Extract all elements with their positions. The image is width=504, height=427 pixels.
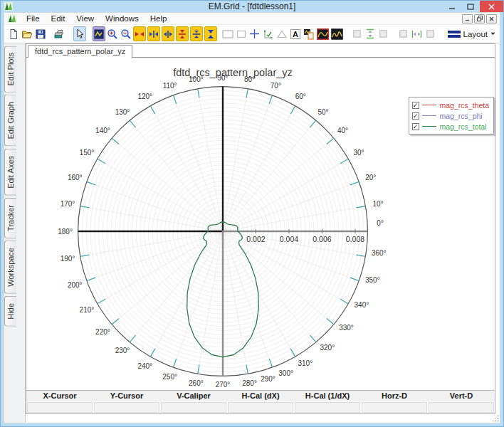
zoom-window-button[interactable] <box>221 26 234 41</box>
sidebar-tab-edit-plots[interactable]: Edit Plots <box>4 46 16 93</box>
close-button[interactable] <box>480 1 503 12</box>
angle-label: 160° <box>68 174 83 181</box>
legend-checkbox[interactable]: ✓ <box>412 123 419 130</box>
sidebar-tab-edit-graph[interactable]: Edit Graph <box>4 95 16 147</box>
v-link-left-checkbox[interactable] <box>350 26 363 41</box>
menu-edit[interactable]: Edit <box>46 14 71 23</box>
legend-checkbox[interactable]: ✓ <box>412 102 419 109</box>
text-annotation-button[interactable]: A <box>289 26 302 41</box>
menu-bar: FileEditViewWindowsHelp <box>4 13 500 25</box>
document-tabstrip: fdtd_rcs_pattern_polar_yz <box>26 44 495 58</box>
document-logo-icon <box>8 14 16 23</box>
polar-chart-area[interactable]: fdtd_rcs_pattern_polar_yz0.0020.0040.006… <box>26 58 495 390</box>
angle-label: 230° <box>115 347 130 354</box>
stretch-x-button[interactable] <box>147 26 160 41</box>
menu-file[interactable]: File <box>21 14 46 23</box>
waveform-red-border-icon <box>317 28 329 40</box>
angle-label: 240° <box>137 362 152 370</box>
v-link-right-checkbox[interactable] <box>377 26 390 41</box>
radial-tick-label: 0.002 <box>246 235 265 243</box>
angle-label: 90° <box>217 74 228 82</box>
minimize-button[interactable] <box>443 1 461 12</box>
zoom-box-tool-button[interactable] <box>93 26 105 41</box>
legend-line-sample <box>422 115 436 116</box>
compress-x-button[interactable] <box>162 26 174 41</box>
rectangle-large-icon <box>222 29 233 39</box>
sidebar-tab-workspace[interactable]: Workspace <box>4 241 16 294</box>
zoom-out-icon <box>120 28 132 40</box>
menu-windows[interactable]: Windows <box>100 14 145 23</box>
mdi-minimize-button[interactable] <box>462 14 473 23</box>
sidebar-tab-hide[interactable]: Hide <box>4 296 16 327</box>
print-button[interactable] <box>53 26 66 41</box>
v-split-button[interactable] <box>364 26 377 41</box>
mdi-restore-button[interactable] <box>474 14 485 23</box>
plot-style-active-button[interactable] <box>316 26 330 41</box>
angle-label: 120° <box>137 93 152 100</box>
copy-image-icon <box>303 28 315 40</box>
angle-tick <box>150 349 155 357</box>
stretch-y-button[interactable] <box>190 26 203 41</box>
angle-label: 40° <box>337 127 348 135</box>
layout-label: Layout <box>463 30 488 38</box>
document-tab[interactable]: fdtd_rcs_pattern_polar_yz <box>28 45 132 58</box>
copy-image-button[interactable] <box>303 26 315 41</box>
legend-row: ✓mag_rcs_total <box>412 121 489 132</box>
compress-y-icon <box>206 29 216 39</box>
mdi-close-button[interactable] <box>486 14 497 23</box>
crosshair-button[interactable] <box>248 26 261 41</box>
checkbox-disabled-icon <box>353 30 361 38</box>
zoom-in-button[interactable] <box>106 26 119 41</box>
angle-tick <box>80 206 90 208</box>
expand-y-icon <box>177 29 187 39</box>
h-link-right-checkbox[interactable] <box>424 26 436 41</box>
status-column-label: H-Cal (dX) <box>227 391 294 401</box>
status-value-cell <box>429 402 494 413</box>
chart-legend: ✓mag_rcs_theta✓mag_rcs_phi✓mag_rcs_total <box>409 97 494 135</box>
angle-tick <box>290 349 295 357</box>
open-file-button[interactable] <box>21 26 33 41</box>
angle-tick <box>290 106 295 114</box>
angle-label: 80° <box>244 75 255 83</box>
compress-x-icon <box>163 29 173 39</box>
status-value-cell <box>161 402 226 413</box>
resize-grip[interactable] <box>492 415 499 422</box>
plot-style-button[interactable] <box>330 26 344 41</box>
angle-label: 70° <box>271 82 281 90</box>
angle-label: 110° <box>163 82 177 90</box>
save-button[interactable] <box>34 26 47 41</box>
maximize-button[interactable] <box>461 1 480 12</box>
status-column-label: V-Caliper <box>160 391 227 401</box>
legend-row: ✓mag_rcs_theta <box>412 100 489 110</box>
expand-y-button[interactable] <box>176 26 189 41</box>
angle-label: 30° <box>354 149 364 157</box>
menu-view[interactable]: View <box>70 14 100 23</box>
angle-tick <box>340 159 348 164</box>
sidebar-tab-tracker[interactable]: Tracker <box>4 198 16 238</box>
toolbar: A <box>4 25 500 43</box>
checkbox-disabled-icon <box>379 30 387 38</box>
expand-x-button[interactable] <box>133 26 146 41</box>
select-tool-button[interactable] <box>73 26 86 41</box>
radial-tick-label: 0.006 <box>313 235 331 243</box>
legend-label: mag_rcs_phi <box>440 112 483 120</box>
legend-checkbox[interactable]: ✓ <box>412 112 419 120</box>
radial-tick-label: 0.008 <box>346 235 364 243</box>
angle-label: 360° <box>372 249 387 257</box>
h-link-left-checkbox[interactable] <box>397 26 409 41</box>
compress-y-button[interactable] <box>204 26 217 41</box>
new-file-button[interactable] <box>7 26 20 41</box>
menu-help[interactable]: Help <box>145 14 173 23</box>
zoom-out-button[interactable] <box>120 26 132 41</box>
layout-dropdown-button[interactable]: Layout <box>443 28 500 40</box>
angle-label: 100° <box>189 75 204 83</box>
status-value-cell <box>228 402 293 413</box>
angle-tick <box>357 206 366 208</box>
triangle-marker-button[interactable] <box>275 26 288 41</box>
sidebar-tab-edit-axes[interactable]: Edit Axes <box>4 149 16 196</box>
zoom-window-small-button[interactable] <box>235 26 248 41</box>
h-split-button[interactable] <box>410 26 423 41</box>
crosshair-icon <box>249 28 260 39</box>
calibrate-axes-button[interactable] <box>262 26 275 41</box>
legend-line-sample <box>422 105 436 105</box>
